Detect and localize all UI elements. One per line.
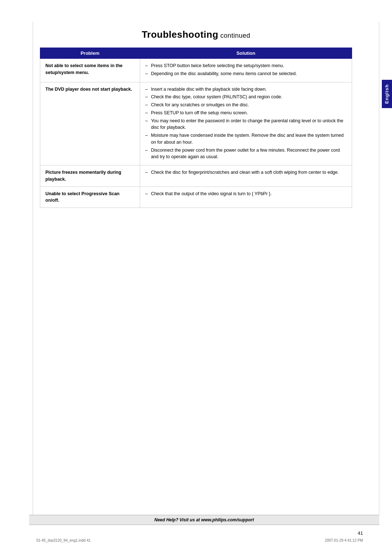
footer-help-text: Need Help? Visit us at www.philips.com/s… [154,517,254,522]
solution-dash: – [145,70,151,77]
solution-cell-1: –Insert a readable disc with the playbac… [140,82,352,165]
problem-cell-1: The DVD player does not start playback. [40,82,140,165]
solution-item: –Press SETUP to turn off the setup menu … [145,110,347,116]
solution-dash: – [145,102,151,108]
solution-text: Check the disc for fingerprint/scratches… [151,169,339,176]
table-row: Unable to select Progressive Scan on/off… [40,186,352,208]
solution-item: –Insert a readable disc with the playbac… [145,86,347,93]
problem-cell-3: Unable to select Progressive Scan on/off… [40,186,140,208]
main-content: Troubleshooting continued Problem Soluti… [40,22,352,208]
solution-item: –Depending on the disc availability, som… [145,70,347,77]
solution-text: Insert a readable disc with the playback… [151,86,267,93]
solution-item: –Check the disc for fingerprint/scratche… [145,169,347,176]
solution-dash: – [145,118,151,124]
solution-text: Moisture may have condensed inside the s… [151,132,347,146]
table-row: Picture freezes momentarily during playb… [40,165,352,187]
solution-dash: – [145,147,151,154]
meta-left: 01-45_dvp3120_94_eng1.indd 41 [36,538,91,542]
solution-item: –Check that the output of the video sign… [145,190,347,197]
solution-item: –You may need to enter the password in o… [145,118,347,131]
solution-text: Check for any scratches or smudges on th… [151,102,249,108]
margin-line-left [33,22,33,518]
table-row: The DVD player does not start playback.–… [40,82,352,165]
page-title: Troubleshooting continued [40,29,352,40]
page-number: 41 [358,530,363,536]
solution-text: Depending on the disc availability, some… [151,70,297,77]
solution-item: –Press STOP button twice before selectin… [145,62,347,69]
table-row: Not able to select some items in the set… [40,59,352,82]
col-header-solution: Solution [140,48,352,59]
meta-right: 2007-01-29 4:41:12 PM [325,538,363,542]
side-tab-english: English [382,80,392,108]
solution-text: You may need to enter the password in or… [151,118,347,131]
problem-cell-2: Picture freezes momentarily during playb… [40,165,140,187]
bottom-meta: 01-45_dvp3120_94_eng1.indd 41 2007-01-29… [36,538,363,542]
solution-text: Disconnect the power cord from the power… [151,147,347,161]
solution-cell-2: –Check the disc for fingerprint/scratche… [140,165,352,187]
solution-cell-3: –Check that the output of the video sign… [140,186,352,208]
problem-cell-0: Not able to select some items in the set… [40,59,140,82]
solution-dash: – [145,94,151,100]
solution-item: –Moisture may have condensed inside the … [145,132,347,146]
solution-dash: – [145,62,151,69]
solution-text: Press STOP button twice before selecting… [151,62,284,69]
solution-dash: – [145,86,151,93]
solution-cell-0: –Press STOP button twice before selectin… [140,59,352,82]
solution-text: Check the disc type, colour system (PAL/… [151,94,282,100]
margin-line-right [379,22,379,518]
solution-dash: – [145,169,151,176]
solution-item: –Check for any scratches or smudges on t… [145,102,347,108]
footer-bar: Need Help? Visit us at www.philips.com/s… [29,515,379,525]
solution-dash: – [145,132,151,139]
solution-item: –Disconnect the power cord from the powe… [145,147,347,161]
solution-text: Check that the output of the video signa… [151,190,272,197]
solution-dash: – [145,110,151,116]
page: English Troubleshooting continued Proble… [0,0,392,554]
solution-dash: – [145,190,151,197]
troubleshooting-table: Problem Solution Not able to select some… [40,48,352,208]
solution-item: –Check the disc type, colour system (PAL… [145,94,347,100]
solution-text: Press SETUP to turn off the setup menu s… [151,110,248,116]
col-header-problem: Problem [40,48,140,59]
